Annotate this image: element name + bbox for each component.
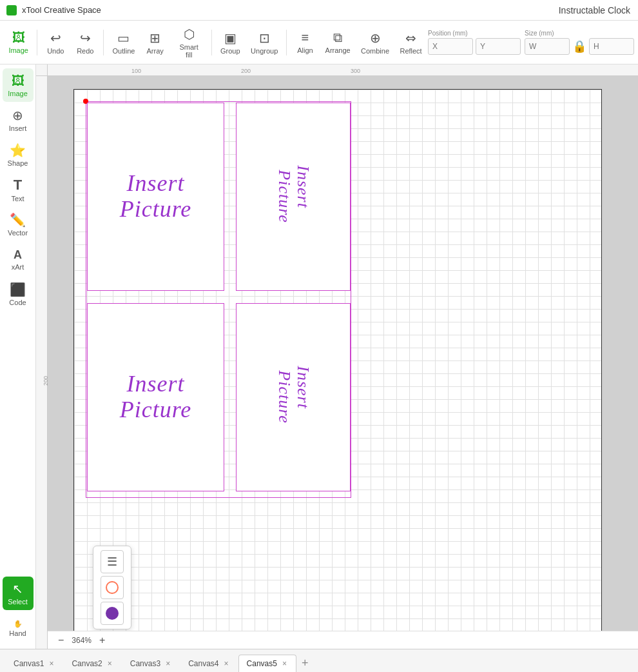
sidebar-item-text[interactable]: T Text: [3, 173, 34, 206]
panel-list-button[interactable]: ☰: [101, 550, 124, 573]
sidebar-item-xart[interactable]: A xArt: [3, 242, 34, 276]
outline-icon: ▭: [117, 30, 130, 46]
h-field[interactable]: [589, 38, 634, 55]
insert-placeholder-2[interactable]: Insert Picture: [236, 103, 351, 291]
tab-canvas5-label: Canvas5: [247, 659, 277, 668]
insert-placeholder-3[interactable]: InsertPicture: [87, 303, 224, 491]
insert-text-1: InsertPicture: [120, 171, 192, 222]
w-field[interactable]: [525, 38, 570, 55]
combine-button[interactable]: ⊕ Combine: [356, 25, 394, 61]
sidebar-item-vector[interactable]: ✏️ Vector: [3, 208, 34, 241]
tab-canvas2[interactable]: Canvas2 ×: [63, 655, 121, 672]
align-icon: ≡: [302, 30, 309, 45]
arrange-icon: ⧉: [333, 30, 342, 45]
undo-label: Undo: [47, 47, 64, 55]
tab-canvas4-label: Canvas4: [188, 659, 218, 668]
lock-icon: 🔒: [572, 39, 586, 54]
zoom-plus-button[interactable]: +: [97, 635, 108, 646]
arrange-button[interactable]: ⧉ Arrange: [320, 25, 355, 61]
hand-icon: ✋: [14, 620, 23, 628]
sidebar-insert-label: Insert: [9, 124, 27, 132]
group-icon: ▣: [224, 30, 237, 46]
canvas-area: 100 200 300 200 InsertPicture: [36, 64, 638, 649]
tab-canvas4-close[interactable]: ×: [223, 659, 230, 668]
sidebar-item-shape[interactable]: ⭐ Shape: [3, 138, 34, 172]
smart-fill-button[interactable]: ⬡ Smart fill: [171, 25, 208, 61]
size-label: Size (mm): [525, 30, 634, 37]
title-bar: xTool Creative Space: [0, 0, 638, 21]
array-icon: ⊞: [150, 30, 160, 46]
sidebar-xart-label: xArt: [12, 263, 24, 271]
insert-text-4: Insert Picture: [275, 341, 311, 454]
sidebar-shape-label: Shape: [8, 159, 28, 167]
vector-icon: ✏️: [10, 212, 26, 228]
group-button[interactable]: ▣ Group: [216, 25, 245, 61]
insert-placeholder-4[interactable]: Insert Picture: [236, 303, 351, 491]
ruler-tick-100: 100: [131, 68, 141, 74]
y-field[interactable]: [476, 38, 521, 55]
panel-stroke-button[interactable]: [101, 576, 124, 599]
app-title: xTool Creative Space: [22, 5, 101, 15]
sidebar-item-image[interactable]: 🖼 Image: [3, 68, 34, 102]
zoom-minus-button[interactable]: −: [55, 635, 66, 646]
align-button[interactable]: ≡ Align: [291, 25, 319, 61]
separator: [37, 30, 37, 55]
project-title: Instructable Clock: [559, 5, 630, 15]
tab-canvas4[interactable]: Canvas4 ×: [180, 655, 238, 672]
select-label: Select: [8, 598, 28, 606]
fill-circle-icon: [106, 607, 119, 620]
insert-placeholder-1[interactable]: InsertPicture: [87, 103, 224, 291]
align-label: Align: [297, 46, 313, 54]
bottom-panel: ☰: [93, 546, 131, 629]
workspace: InsertPicture Insert Picture InsertPictu…: [73, 89, 602, 649]
zoom-bar: − 364% +: [48, 631, 638, 649]
x-field[interactable]: [428, 38, 473, 55]
select-tool-button[interactable]: ↖ Select: [3, 577, 34, 610]
canvas-viewport[interactable]: InsertPicture Insert Picture InsertPictu…: [48, 76, 638, 649]
redo-button[interactable]: ↪ Redo: [71, 25, 99, 61]
sidebar-item-insert[interactable]: ⊕ Insert: [3, 103, 34, 137]
hand-tool-button[interactable]: ✋ Hand: [3, 611, 34, 645]
ungroup-button[interactable]: ⊡ Ungroup: [246, 25, 282, 61]
add-tab-button[interactable]: +: [296, 654, 314, 672]
separator2: [103, 30, 104, 55]
tab-canvas2-close[interactable]: ×: [106, 659, 113, 668]
ruler-corner: [36, 64, 48, 76]
ruler-vertical: 200: [36, 76, 48, 649]
sidebar-image-label: Image: [8, 90, 28, 97]
outline-button[interactable]: ▭ Outline: [108, 25, 139, 61]
array-label: Array: [147, 47, 164, 55]
arrange-label: Arrange: [325, 46, 351, 54]
pos-size-group: Position (mm) Size (mm) 🔒: [428, 30, 634, 55]
redo-label: Redo: [77, 47, 93, 55]
smart-fill-label: Smart fill: [176, 43, 202, 59]
tab-canvas3[interactable]: Canvas3 ×: [122, 655, 180, 672]
panel-fill-button[interactable]: [101, 602, 124, 625]
ungroup-label: Ungroup: [251, 47, 278, 55]
zoom-level: 364%: [72, 636, 92, 645]
tab-canvas1[interactable]: Canvas1 ×: [5, 655, 63, 672]
sidebar: 🖼 Image ⊕ Insert ⭐ Shape T Text ✏️ Vecto…: [0, 64, 36, 649]
insert-icon: ⊕: [12, 108, 23, 123]
array-button[interactable]: ⊞ Array: [141, 25, 169, 61]
stroke-circle-icon: [106, 581, 119, 594]
ruler-tick-200: 200: [241, 68, 251, 74]
tab-canvas1-label: Canvas1: [14, 659, 44, 668]
shape-icon: ⭐: [10, 143, 26, 158]
reflect-icon: ⇔: [405, 30, 416, 46]
tab-canvas3-label: Canvas3: [130, 659, 160, 668]
tab-canvas1-close[interactable]: ×: [48, 659, 55, 668]
tab-canvas3-close[interactable]: ×: [164, 659, 171, 668]
hand-label: Hand: [9, 629, 26, 637]
undo-icon: ↩: [50, 30, 61, 46]
tab-canvas5[interactable]: Canvas5 ×: [238, 655, 296, 672]
undo-button[interactable]: ↩ Undo: [41, 25, 70, 61]
image-icon: 🖼: [12, 30, 25, 45]
sidebar-item-code[interactable]: ⬛ Code: [3, 277, 34, 311]
tab-canvas2-label: Canvas2: [72, 659, 102, 668]
tab-canvas5-close[interactable]: ×: [281, 659, 288, 668]
xart-icon: A: [14, 248, 22, 262]
image-tool-button[interactable]: 🖼 Image: [4, 25, 33, 61]
reflect-button[interactable]: ⇔ Reflect: [395, 25, 427, 61]
sidebar-code-label: Code: [9, 299, 26, 306]
